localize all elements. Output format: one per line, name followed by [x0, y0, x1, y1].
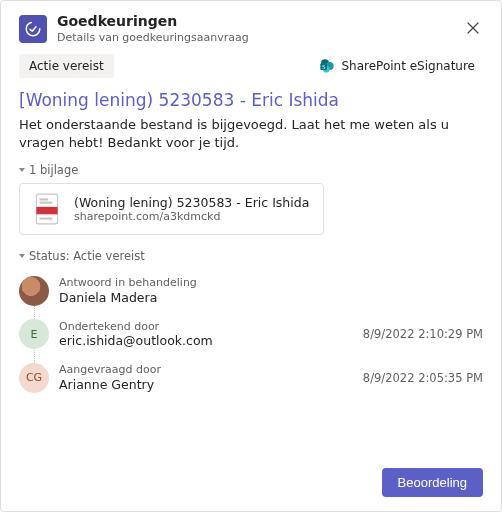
timeline-item-signed: E Ondertekend door eric.ishida@outlook.c… [59, 313, 483, 356]
attachments-section-label[interactable]: 1 bijlage [19, 163, 483, 177]
attachment-item[interactable]: (Woning lening) 5230583 - Eric Ishida sh… [19, 183, 324, 235]
review-button[interactable]: Beoordeling [382, 468, 483, 497]
avatar: CG [19, 363, 49, 393]
svg-rect-9 [40, 202, 53, 204]
request-body: Het onderstaande bestand is bijgevoegd. … [19, 116, 483, 151]
chevron-down-icon [19, 254, 25, 258]
svg-rect-7 [36, 207, 57, 214]
panel-footer: Beoordeling [19, 460, 483, 497]
avatar [19, 276, 49, 306]
chevron-down-icon [19, 168, 25, 172]
timeline-label: Aangevraagd door [59, 363, 161, 377]
action-required-chip: Actie vereist [19, 54, 114, 78]
timeline-time: 8/9/2022 2:10:29 PM [363, 327, 483, 341]
app-subtitle: Details van goedkeuringsaanvraag [57, 31, 453, 45]
attachment-url: sharepoint.com/a3kdmckd [74, 210, 309, 224]
attachment-name: (Woning lening) 5230583 - Eric Ishida [74, 195, 309, 211]
status-section-label[interactable]: Status: Actie vereist [19, 249, 483, 263]
svg-rect-10 [40, 218, 53, 220]
timeline-name: eric.ishida@outlook.com [59, 333, 213, 349]
esignature-label: SharePoint eSignature [341, 59, 475, 73]
timeline-label: Antwoord in behandeling [59, 276, 197, 290]
attachment-text: (Woning lening) 5230583 - Eric Ishida sh… [74, 195, 309, 224]
svg-point-0 [26, 22, 40, 36]
status-timeline: Antwoord in behandeling Daniela Madera E… [19, 269, 483, 399]
header-titles: Goedkeuringen Details van goedkeuringsaa… [57, 13, 453, 44]
close-icon [467, 22, 479, 34]
sharepoint-icon: S [319, 58, 335, 74]
pdf-file-icon [30, 192, 64, 226]
action-row: Actie vereist S SharePoint eSignature [19, 54, 483, 78]
esignature-provider[interactable]: S SharePoint eSignature [311, 54, 483, 78]
svg-rect-8 [40, 199, 49, 201]
app-title: Goedkeuringen [57, 13, 453, 31]
approvals-app-icon [19, 15, 47, 43]
avatar: E [19, 319, 49, 349]
close-button[interactable] [463, 18, 483, 40]
timeline-name: Daniela Madera [59, 290, 197, 306]
timeline-time: 8/9/2022 2:05:35 PM [363, 371, 483, 385]
timeline-name: Arianne Gentry [59, 377, 161, 393]
attachments-count-label: 1 bijlage [29, 163, 78, 177]
svg-text:S: S [323, 64, 326, 70]
panel-header: Goedkeuringen Details van goedkeuringsaa… [19, 13, 483, 44]
timeline-item-requested: CG Aangevraagd door Arianne Gentry 8/9/2… [59, 356, 483, 399]
status-label-text: Status: Actie vereist [29, 249, 145, 263]
approvals-panel: Goedkeuringen Details van goedkeuringsaa… [0, 0, 502, 512]
timeline-label: Ondertekend door [59, 320, 213, 334]
request-subject: [Woning lening) 5230583 - Eric Ishida [19, 90, 483, 110]
timeline-item-pending: Antwoord in behandeling Daniela Madera [59, 269, 483, 312]
